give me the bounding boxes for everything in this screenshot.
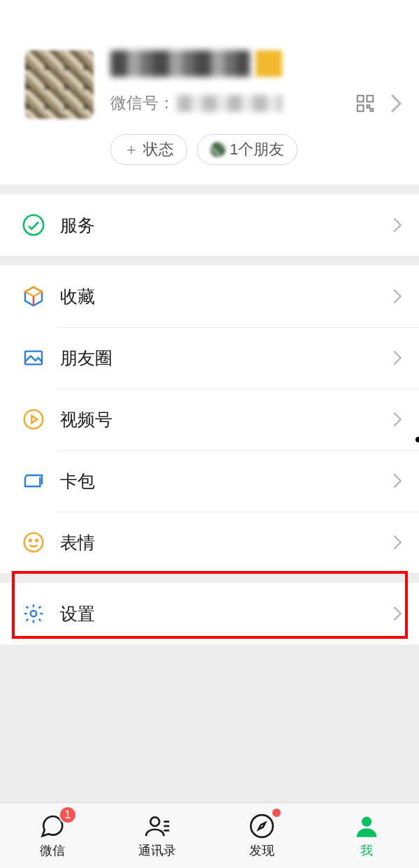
menu-settings[interactable]: 设置 (0, 583, 419, 644)
wechat-id: 微信号： (110, 92, 402, 114)
tab-label: 我 (360, 842, 373, 859)
svg-point-19 (362, 817, 372, 827)
svg-point-17 (251, 815, 273, 837)
tab-me[interactable]: 我 (314, 803, 419, 868)
svg-rect-4 (371, 108, 374, 111)
section-main: 收藏 朋友圈 视频号 (0, 266, 419, 573)
friend-avatar-dot-icon (210, 142, 226, 157)
menu-stickers[interactable]: 表情 (0, 512, 419, 573)
chevron-right-icon (390, 93, 402, 114)
friends-status-pill[interactable]: 1个朋友 (197, 134, 297, 165)
friends-pill-label: 1个朋友 (230, 139, 284, 160)
chevron-right-icon (392, 288, 402, 305)
chevron-right-icon (392, 349, 402, 366)
svg-point-5 (24, 215, 43, 235)
tab-discover[interactable]: 发现 (210, 803, 314, 868)
qrcode-icon[interactable] (355, 93, 376, 114)
menu-label: 表情 (60, 531, 392, 554)
menu-channels[interactable]: 视频号 (0, 389, 419, 450)
menu-services[interactable]: 服务 (0, 194, 419, 256)
tab-label: 微信 (40, 842, 65, 859)
moments-icon (21, 345, 46, 370)
section-settings: 设置 (0, 583, 419, 644)
svg-point-10 (29, 540, 31, 542)
favorites-icon (21, 284, 46, 309)
chevron-right-icon (392, 411, 402, 428)
svg-point-9 (24, 533, 43, 552)
menu-label: 服务 (60, 214, 392, 237)
svg-point-12 (31, 611, 37, 617)
profile-card[interactable]: 微信号： ＋ 状态 (0, 0, 419, 185)
svg-point-13 (151, 817, 160, 826)
chevron-right-icon (392, 534, 402, 551)
stickers-icon (21, 530, 46, 555)
tab-label: 发现 (249, 842, 274, 859)
menu-label: 视频号 (60, 408, 392, 431)
cards-icon (21, 468, 46, 493)
services-icon (21, 212, 46, 238)
chevron-right-icon (392, 217, 402, 233)
side-indicator-dot (416, 437, 419, 442)
svg-rect-3 (367, 105, 370, 108)
channels-icon (21, 407, 46, 432)
svg-point-11 (36, 540, 38, 542)
section-services: 服务 (0, 194, 419, 256)
svg-marker-18 (258, 823, 265, 830)
person-icon (353, 812, 381, 840)
contacts-icon (143, 812, 171, 840)
menu-favorites[interactable]: 收藏 (0, 266, 419, 327)
svg-marker-8 (31, 416, 37, 424)
avatar[interactable] (25, 50, 94, 119)
wechat-id-label: 微信号： (110, 92, 175, 114)
status-button[interactable]: ＋ 状态 (110, 134, 187, 165)
tab-bar: 1 微信 通讯录 发现 我 (0, 802, 419, 868)
status-button-label: 状态 (143, 139, 174, 160)
svg-point-7 (24, 410, 43, 429)
svg-rect-2 (358, 105, 364, 111)
menu-label: 卡包 (60, 470, 392, 493)
plus-icon: ＋ (124, 139, 139, 160)
menu-label: 朋友圈 (60, 347, 392, 370)
svg-rect-1 (367, 95, 374, 101)
chevron-right-icon (392, 472, 402, 489)
badge-dot (271, 807, 282, 818)
menu-label: 收藏 (60, 285, 392, 308)
nickname (110, 50, 402, 77)
settings-icon (21, 601, 46, 626)
tab-label: 通讯录 (138, 842, 176, 859)
badge-count: 1 (59, 806, 77, 824)
tab-chats[interactable]: 1 微信 (0, 803, 105, 868)
menu-moments[interactable]: 朋友圈 (0, 327, 419, 389)
menu-cards[interactable]: 卡包 (0, 450, 419, 512)
chevron-right-icon (392, 605, 402, 622)
tab-contacts[interactable]: 通讯录 (105, 803, 210, 868)
menu-label: 设置 (60, 602, 392, 625)
svg-rect-0 (358, 95, 364, 101)
